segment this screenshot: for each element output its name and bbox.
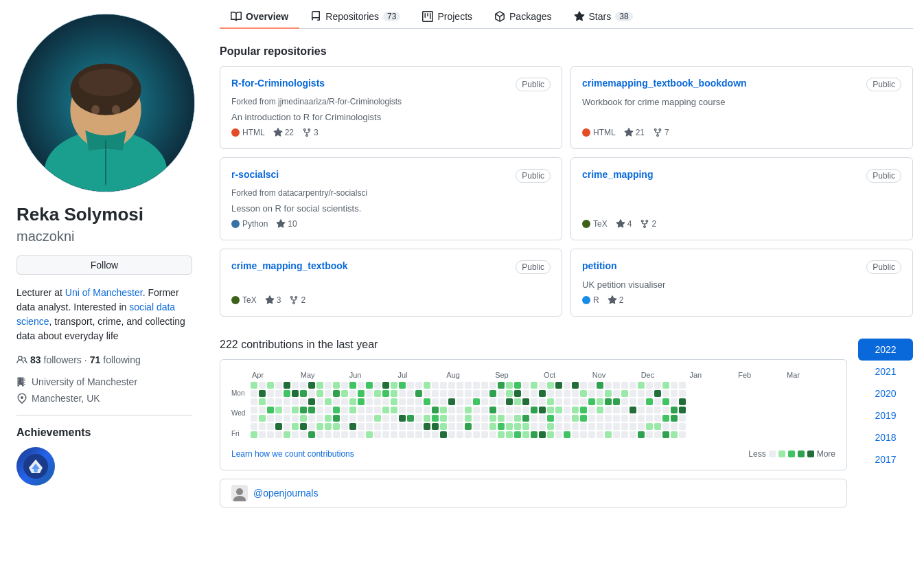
contrib-cell[interactable] xyxy=(481,407,488,413)
contrib-cell[interactable] xyxy=(679,431,686,438)
contrib-cell[interactable] xyxy=(341,431,348,438)
contrib-cell[interactable] xyxy=(399,431,406,438)
contrib-cell[interactable] xyxy=(489,407,496,413)
contrib-cell[interactable] xyxy=(597,398,603,405)
contrib-cell[interactable] xyxy=(333,407,340,413)
contrib-cell[interactable] xyxy=(547,407,554,413)
contrib-cell[interactable] xyxy=(679,390,686,397)
contrib-cell[interactable] xyxy=(424,407,430,413)
contrib-cell[interactable] xyxy=(621,431,628,438)
contrib-cell[interactable] xyxy=(333,382,340,389)
contrib-cell[interactable] xyxy=(630,431,636,438)
contrib-cell[interactable] xyxy=(391,407,397,413)
contrib-cell[interactable] xyxy=(671,382,678,389)
contrib-cell[interactable] xyxy=(275,382,282,389)
contrib-cell[interactable] xyxy=(621,423,628,430)
contrib-cell[interactable] xyxy=(457,382,463,389)
contrib-cell[interactable] xyxy=(349,390,356,397)
contrib-cell[interactable] xyxy=(333,390,340,397)
contrib-cell[interactable] xyxy=(457,407,463,413)
contrib-cell[interactable] xyxy=(440,382,447,389)
contrib-cell[interactable] xyxy=(300,398,307,405)
contrib-cell[interactable] xyxy=(539,390,546,397)
contrib-cell[interactable] xyxy=(473,431,480,438)
contrib-cell[interactable] xyxy=(366,431,373,438)
contrib-cell[interactable] xyxy=(531,390,538,397)
contrib-cell[interactable] xyxy=(284,382,290,389)
contrib-cell[interactable] xyxy=(366,382,373,389)
contrib-cell[interactable] xyxy=(341,407,348,413)
contrib-cell[interactable] xyxy=(580,415,587,422)
contrib-cell[interactable] xyxy=(654,398,661,405)
contrib-cell[interactable] xyxy=(646,390,653,397)
contrib-cell[interactable] xyxy=(465,390,472,397)
contrib-cell[interactable] xyxy=(399,423,406,430)
contrib-cell[interactable] xyxy=(547,431,554,438)
contrib-cell[interactable] xyxy=(448,415,455,422)
contrib-cell[interactable] xyxy=(498,398,505,405)
contrib-cell[interactable] xyxy=(341,423,348,430)
contrib-cell[interactable] xyxy=(399,407,406,413)
contrib-cell[interactable] xyxy=(432,407,439,413)
contrib-cell[interactable] xyxy=(473,407,480,413)
contrib-cell[interactable] xyxy=(473,415,480,422)
contrib-cell[interactable] xyxy=(457,390,463,397)
contrib-cell[interactable] xyxy=(498,382,505,389)
contrib-cell[interactable] xyxy=(349,382,356,389)
contrib-cell[interactable] xyxy=(292,431,299,438)
contrib-cell[interactable] xyxy=(522,407,529,413)
contrib-cell[interactable] xyxy=(564,382,570,389)
contrib-cell[interactable] xyxy=(366,398,373,405)
contrib-cell[interactable] xyxy=(448,431,455,438)
contrib-cell[interactable] xyxy=(391,390,397,397)
contrib-cell[interactable] xyxy=(498,407,505,413)
contrib-cell[interactable] xyxy=(424,398,430,405)
contrib-cell[interactable] xyxy=(506,415,513,422)
year-2021[interactable]: 2021 xyxy=(858,361,913,383)
contrib-cell[interactable] xyxy=(679,398,686,405)
contrib-cell[interactable] xyxy=(316,431,323,438)
contrib-cell[interactable] xyxy=(275,431,282,438)
contrib-cell[interactable] xyxy=(358,431,365,438)
year-2019[interactable]: 2019 xyxy=(858,404,913,426)
contrib-cell[interactable] xyxy=(638,382,645,389)
contrib-cell[interactable] xyxy=(588,398,595,405)
contrib-cell[interactable] xyxy=(284,415,290,422)
contrib-cell[interactable] xyxy=(316,407,323,413)
contrib-cell[interactable] xyxy=(564,423,570,430)
contrib-cell[interactable] xyxy=(638,415,645,422)
contrib-cell[interactable] xyxy=(547,423,554,430)
contrib-cell[interactable] xyxy=(514,382,521,389)
contrib-cell[interactable] xyxy=(366,415,373,422)
contrib-cell[interactable] xyxy=(531,398,538,405)
contrib-cell[interactable] xyxy=(588,431,595,438)
contrib-cell[interactable] xyxy=(654,382,661,389)
contrib-cell[interactable] xyxy=(588,382,595,389)
contrib-cell[interactable] xyxy=(267,390,274,397)
contrib-cell[interactable] xyxy=(399,390,406,397)
contrib-cell[interactable] xyxy=(572,398,579,405)
learn-link[interactable]: Learn how we count contributions xyxy=(231,449,354,459)
contrib-cell[interactable] xyxy=(275,415,282,422)
contrib-cell[interactable] xyxy=(407,415,414,422)
contrib-cell[interactable] xyxy=(349,431,356,438)
contrib-cell[interactable] xyxy=(588,415,595,422)
contrib-cell[interactable] xyxy=(580,431,587,438)
contrib-cell[interactable] xyxy=(498,423,505,430)
contrib-cell[interactable] xyxy=(671,398,678,405)
contrib-cell[interactable] xyxy=(316,415,323,422)
contrib-cell[interactable] xyxy=(671,407,678,413)
contrib-cell[interactable] xyxy=(555,431,562,438)
contrib-cell[interactable] xyxy=(424,390,430,397)
contrib-cell[interactable] xyxy=(300,390,307,397)
contrib-cell[interactable] xyxy=(259,382,266,389)
contrib-cell[interactable] xyxy=(646,431,653,438)
contrib-cell[interactable] xyxy=(597,407,603,413)
contrib-cell[interactable] xyxy=(424,415,430,422)
followers-count[interactable]: 83 xyxy=(30,354,41,365)
contrib-cell[interactable] xyxy=(654,390,661,397)
contrib-cell[interactable] xyxy=(391,423,397,430)
contrib-cell[interactable] xyxy=(448,382,455,389)
tab-stars[interactable]: Stars 38 xyxy=(563,5,644,29)
contrib-cell[interactable] xyxy=(671,390,678,397)
